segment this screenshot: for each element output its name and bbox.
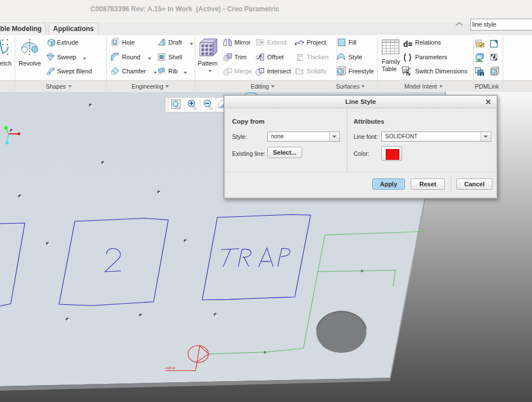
svg-text:AIR IN: AIR IN (165, 366, 176, 370)
svg-text:fx: fx (406, 71, 411, 77)
svg-text:d: d (403, 40, 408, 49)
svg-text:i: i (482, 72, 483, 76)
